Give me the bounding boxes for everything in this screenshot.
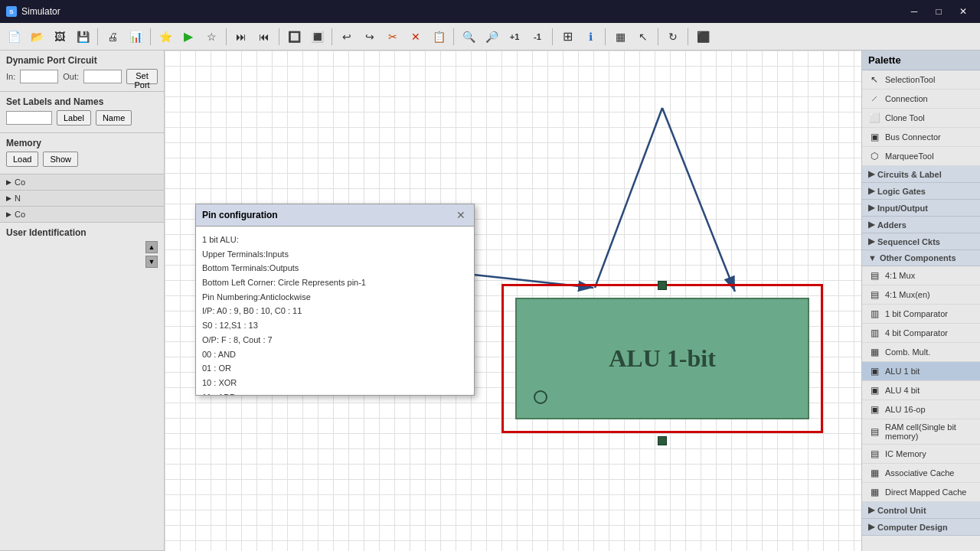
step-fwd-btn[interactable]: ⏭	[230, 26, 252, 47]
star2-btn[interactable]: ☆	[201, 26, 222, 47]
set-port-btn[interactable]: Set Port	[126, 69, 158, 84]
control-header[interactable]: ▶ Control Unit	[862, 502, 980, 519]
palette-item-connection[interactable]: ⟋ Connection	[862, 90, 980, 109]
open-btn[interactable]: 📂	[26, 26, 47, 47]
refresh-btn[interactable]: ↻	[662, 26, 684, 47]
comp1bit-label: 1 bit Comparator	[885, 309, 974, 318]
palette-item-clone[interactable]: ⬜ Clone Tool	[862, 109, 980, 128]
palette-item-comp1bit[interactable]: ▥ 1 bit Comparator	[862, 305, 980, 324]
alu4bit-icon: ▣	[868, 384, 880, 396]
clone-icon: ⬜	[868, 112, 880, 124]
circuits-arrow: ▶	[868, 169, 874, 179]
adders-header[interactable]: ▶ Adders	[862, 217, 980, 233]
directc-icon: ▦	[868, 486, 880, 498]
alu-inner: ALU 1-bit	[515, 298, 809, 419]
alu16op-label: ALU 16-op	[885, 405, 974, 414]
sep7	[552, 28, 553, 45]
palette-item-selection[interactable]: ↖ SelectionTool	[862, 70, 980, 90]
palette-item-bus[interactable]: ▣ Bus Connector	[862, 128, 980, 147]
minimize-button[interactable]: ─	[903, 4, 925, 19]
save-btn[interactable]: 💾	[72, 26, 93, 47]
memory-section: Memory Load Show	[0, 133, 164, 174]
palette-item-mux41en[interactable]: ▤ 4:1 Mux(en)	[862, 285, 980, 305]
chip2-btn[interactable]: 🔳	[306, 26, 328, 47]
in-input[interactable]	[20, 70, 58, 83]
redo-btn[interactable]: ↪	[359, 26, 381, 47]
palette-item-comp4bit[interactable]: ▥ 4 bit Comparator	[862, 324, 980, 343]
zoomin-btn[interactable]: 🔍	[458, 26, 479, 47]
circuits-header[interactable]: ▶ Circuits & Label	[862, 166, 980, 183]
new-btn[interactable]: 📄	[3, 26, 24, 47]
palette-item-assocc[interactable]: ▦ Associative Cache	[862, 464, 980, 483]
palette-header: Palette	[862, 51, 980, 70]
connection-icon: ⟋	[868, 93, 880, 105]
cursor-btn[interactable]: ↖	[632, 26, 654, 47]
co-header-1[interactable]: ▶ Co	[0, 174, 164, 190]
arrow-icon-1: ▶	[6, 178, 11, 186]
plus1-btn[interactable]: +1	[504, 26, 525, 47]
n-header[interactable]: ▶ N	[0, 191, 164, 206]
undo-btn[interactable]: ↩	[336, 26, 358, 47]
palette-item-marquee[interactable]: ⬡ MarqueeTool	[862, 147, 980, 166]
palette-scroll[interactable]: ↖ SelectionTool ⟋ Connection ⬜ Clone Too…	[862, 70, 980, 551]
palette-item-combmult[interactable]: ▦ Comb. Mult.	[862, 343, 980, 362]
chip-btn[interactable]: 🔲	[283, 26, 305, 47]
io-arrow: ▶	[868, 203, 874, 213]
pin-bot-9	[658, 436, 667, 445]
show-btn[interactable]: Show	[43, 152, 78, 167]
pin-line-10: 10 : XOR	[202, 376, 468, 390]
palette-item-ramcell[interactable]: ▤ RAM cell(Single bit memory)	[862, 419, 980, 445]
canvas-area[interactable]: ALU 1-bit Pin configuration ✕ 1 bit ALU:…	[165, 51, 861, 551]
computer-header[interactable]: ▶ Computer Design	[862, 519, 980, 536]
info-btn[interactable]: ℹ	[580, 26, 601, 47]
label-input[interactable]	[6, 111, 52, 125]
load-btn[interactable]: Load	[6, 152, 38, 167]
step-back-btn[interactable]: ⏮	[253, 26, 275, 47]
maximize-button[interactable]: □	[928, 4, 949, 19]
paste-btn[interactable]: 📋	[428, 26, 449, 47]
zoomout-btn[interactable]: 🔎	[481, 26, 502, 47]
logic-header[interactable]: ▶ Logic Gates	[862, 183, 980, 200]
table-btn[interactable]: ▦	[609, 26, 631, 47]
user-id-section: User Identification ▲ ▼	[0, 223, 164, 551]
palette-item-mux41[interactable]: ▤ 4:1 Mux	[862, 266, 980, 285]
export-btn[interactable]: 🖼	[49, 26, 70, 47]
star-btn[interactable]: ⭐	[155, 26, 176, 47]
combmult-icon: ▦	[868, 346, 880, 358]
sequential-header[interactable]: ▶ Sequencel Ckts	[862, 233, 980, 250]
control-label: Control Unit	[877, 506, 926, 515]
chip3-btn[interactable]: ⬛	[692, 26, 714, 47]
out-input[interactable]	[83, 70, 122, 83]
scroll-down-btn[interactable]: ▼	[145, 256, 158, 268]
palette-item-directc[interactable]: ▦ Direct Mapped Cache	[862, 483, 980, 502]
n-label: N	[15, 194, 21, 203]
pin-dialog-content: 1 bit ALU: Upper Terminals:Inputs Bottom…	[196, 227, 474, 395]
label-btn[interactable]: Label	[57, 110, 91, 126]
minus1-btn[interactable]: -1	[527, 26, 548, 47]
comp4bit-label: 4 bit Comparator	[885, 328, 974, 337]
pin-dialog-close-btn[interactable]: ✕	[454, 208, 468, 222]
dynamic-port-section: Dynamic Port Circuit In: Out: Set Port	[0, 51, 164, 92]
print-btn[interactable]: 🖨	[102, 26, 123, 47]
n-section: ▶ N	[0, 191, 164, 207]
co-header-2[interactable]: ▶ Co	[0, 207, 164, 222]
palette-item-alu4bit[interactable]: ▣ ALU 4 bit	[862, 381, 980, 400]
co-label-1: Co	[15, 178, 25, 187]
play-btn[interactable]: ▶	[178, 26, 199, 47]
delete-btn[interactable]: ✕	[405, 26, 426, 47]
alu-component[interactable]: ALU 1-bit	[501, 284, 823, 433]
palette-item-icmem[interactable]: ▤ IC Memory	[862, 445, 980, 464]
app-icon: S	[6, 6, 17, 17]
grid-btn[interactable]: ⊞	[557, 26, 578, 47]
cut-btn[interactable]: ✂	[382, 26, 403, 47]
io-header[interactable]: ▶ Input/Output	[862, 200, 980, 217]
scroll-up-btn[interactable]: ▲	[145, 241, 158, 253]
palette-item-alu16op[interactable]: ▣ ALU 16-op	[862, 400, 980, 419]
selection-icon: ↖	[868, 73, 880, 86]
graph-btn[interactable]: 📊	[125, 26, 146, 47]
other-header[interactable]: ▼ Other Components	[862, 250, 980, 266]
other-label: Other Components	[880, 253, 956, 262]
name-btn[interactable]: Name	[96, 110, 132, 126]
palette-item-alu1bit[interactable]: ▣ ALU 1 bit	[862, 362, 980, 381]
close-button[interactable]: ✕	[952, 4, 974, 19]
